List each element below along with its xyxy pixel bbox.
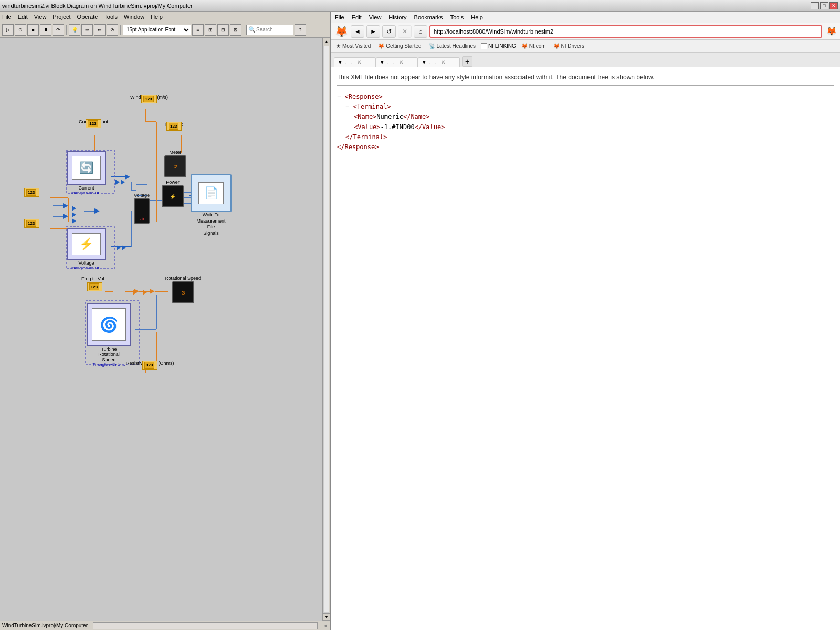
response-close: </Response> — [337, 143, 379, 151]
checkbox-icon[interactable] — [481, 43, 487, 49]
current-shunt-block[interactable]: Current Shunt 123 — [79, 119, 108, 125]
minimize-button[interactable]: _ — [811, 2, 819, 9]
tab-1[interactable]: ♥ . . ✕ — [334, 57, 376, 67]
menu-file[interactable]: File — [2, 14, 12, 20]
voltage-vi-block[interactable]: ⚡ Voltage Triangle with Ur... — [67, 228, 106, 270]
firefox-logo: 🦊 — [334, 24, 349, 39]
bookmark-most-visited[interactable]: ★ Most Visited — [334, 43, 373, 49]
scroll-right-indicator: ◄ — [323, 623, 328, 628]
horizontal-scrollbar[interactable] — [93, 622, 318, 629]
step-into[interactable]: ⇒ — [81, 24, 93, 36]
resize-btn[interactable]: ⊠ — [230, 24, 242, 36]
current-vi-block[interactable]: 🔄 Current Triangle with Ur... — [67, 151, 106, 195]
voltage-ctrl-block[interactable]: Voltage -0 — [134, 193, 150, 224]
r1-ctrl[interactable]: 123 — [24, 219, 39, 228]
browser-menu-view[interactable]: View — [369, 14, 382, 20]
run-continuously[interactable]: ⊙ — [15, 24, 26, 36]
res-load-ctrl[interactable]: 123 — [142, 361, 158, 370]
xml-notice: This XML file does not appear to have an… — [337, 74, 834, 86]
scroll-down-btn[interactable]: ▼ — [323, 613, 330, 621]
tab1-close[interactable]: ✕ — [357, 59, 361, 65]
lv-canvas[interactable]: Wind Speed (m/s) 123 Current Shunt 123 N… — [0, 38, 330, 621]
wind-speed-block[interactable]: Wind Speed (m/s) 123 — [130, 94, 168, 100]
menu-edit[interactable]: Edit — [18, 14, 28, 20]
turbine-vi-block[interactable]: 🌀 TurbineRotationalSpeed Triangle with U… — [87, 303, 131, 367]
home-button[interactable]: ⌂ — [414, 25, 427, 38]
highlight-exec[interactable]: 💡 — [69, 24, 80, 36]
menu-window[interactable]: Window — [124, 14, 144, 20]
terminal-expand[interactable]: − — [345, 103, 349, 110]
close-button[interactable]: ✕ — [830, 2, 838, 9]
current-vi-label: Current — [78, 185, 94, 191]
rot-speed-display[interactable]: ⊙ — [172, 281, 194, 303]
browser-menu-history[interactable]: History — [388, 14, 406, 20]
meter-block[interactable]: Meter ⏱ — [164, 150, 186, 177]
step-over[interactable]: ↷ — [52, 24, 64, 36]
r2-ctrl[interactable]: 123 — [24, 188, 39, 197]
run-button[interactable]: ▷ — [2, 24, 14, 36]
forward-button[interactable]: ► — [366, 25, 380, 38]
voltage-vi-label: Voltage — [78, 260, 94, 266]
breakpoint[interactable]: ⊘ — [107, 24, 118, 36]
toolbar-sep2 — [120, 25, 121, 35]
write-file-label: Write ToMeasurementFile — [196, 212, 225, 230]
menu-operate[interactable]: Operate — [77, 14, 98, 20]
power-block[interactable]: Power ⚡ — [162, 180, 184, 207]
search-help-btn[interactable]: ? — [295, 24, 306, 36]
menu-view[interactable]: View — [34, 14, 47, 20]
menu-tools[interactable]: Tools — [104, 14, 118, 20]
scroll-track[interactable] — [323, 46, 329, 613]
pause-button[interactable]: ⏸ — [40, 24, 51, 36]
step-out[interactable]: ⇐ — [94, 24, 106, 36]
xml-value-line: <Value>-1.#IND00</Value> — [354, 122, 834, 132]
write-file-block[interactable]: 📄 Write ToMeasurementFile Signals — [191, 174, 232, 236]
browser-menu-file[interactable]: File — [335, 14, 344, 20]
tab-2[interactable]: ♥ . . ✕ — [376, 57, 418, 67]
url-bar[interactable] — [429, 25, 822, 38]
bookmark-getting-started[interactable]: 🦊 Getting Started — [376, 43, 423, 49]
browser-menu-bookmarks[interactable]: Bookmarks — [414, 14, 443, 20]
numeric-block[interactable]: Numeric 123 — [165, 122, 183, 128]
meter-display[interactable]: ⏱ — [164, 155, 186, 177]
new-tab-button[interactable]: + — [462, 56, 472, 67]
freq-vol-ctrl[interactable]: 123 — [87, 282, 102, 291]
browser-menu-tools[interactable]: Tools — [450, 14, 464, 20]
freq-vol-block[interactable]: Freq to Vol 123 30 — [81, 276, 104, 291]
r1-block[interactable]: R1 123 — [29, 219, 35, 225]
bookmark-ni-drivers[interactable]: 🦊 NI Drivers — [551, 43, 586, 49]
wind-speed-ctrl[interactable]: 123 — [141, 94, 156, 103]
power-display[interactable]: ⚡ — [162, 185, 184, 207]
distribute-btn[interactable]: ⊞ — [205, 24, 216, 36]
reorder-btn[interactable]: ⊟ — [217, 24, 229, 36]
menu-help[interactable]: Help — [151, 14, 163, 20]
voltage-display[interactable]: -0 — [134, 198, 150, 224]
stop-button[interactable]: ✕ — [398, 25, 412, 38]
reload-button[interactable]: ↺ — [382, 25, 396, 38]
root-expand[interactable]: − — [337, 93, 341, 100]
numeric-ctrl[interactable]: 123 — [166, 122, 182, 131]
current-shunt-ctrl[interactable]: 123 — [86, 119, 101, 128]
tab3-close[interactable]: ✕ — [441, 59, 445, 65]
scroll-up-btn[interactable]: ▲ — [323, 38, 330, 45]
res-load-block[interactable]: Resistive Load (Ohms) 123 — [126, 361, 174, 366]
browser-content[interactable]: This XML file does not appear to have an… — [331, 67, 840, 630]
abort-button[interactable]: ■ — [27, 24, 39, 36]
back-button[interactable]: ◄ — [351, 25, 364, 38]
bookmark-nicom[interactable]: 🦊 NI.com — [519, 43, 548, 49]
write-file-icon[interactable]: 📄 — [191, 174, 232, 212]
tab2-close[interactable]: ✕ — [399, 59, 403, 65]
browser-menu-edit[interactable]: Edit — [352, 14, 362, 20]
menu-project[interactable]: Project — [52, 14, 70, 20]
rot-speed-label: Rotational Speed — [165, 276, 201, 281]
bookmark-latest-headlines[interactable]: 📡 Latest Headlines — [427, 43, 478, 49]
tab-3[interactable]: ♥ . . ✕ — [418, 57, 460, 67]
r2-block[interactable]: R2 123 — [29, 188, 35, 194]
addon1-icon[interactable]: 🦊 — [826, 26, 837, 36]
maximize-button[interactable]: □ — [820, 2, 828, 9]
bookmark-ni-linking[interactable]: NI LINKING — [481, 43, 516, 49]
rot-speed-block[interactable]: Rotational Speed ⊙ — [165, 276, 201, 303]
browser-menu-help[interactable]: Help — [471, 14, 483, 20]
lv-scrollbar[interactable]: ▲ ▼ — [322, 38, 330, 621]
align-btn[interactable]: ≡ — [192, 24, 204, 36]
font-selector[interactable]: 15pt Application Font — [123, 25, 191, 35]
